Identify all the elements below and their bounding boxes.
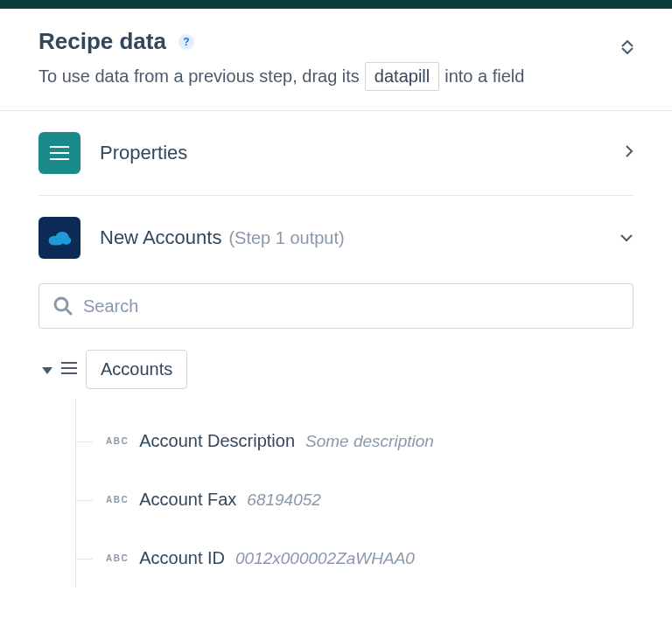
chevron-up-icon [621, 40, 634, 47]
new-accounts-label: New Accounts [100, 226, 221, 249]
instruction-text-pre: To use data from a previous step, drag i… [38, 66, 360, 87]
tree-caret[interactable] [42, 362, 52, 378]
field-value: 0012x000002ZaWHAA0 [235, 549, 415, 568]
field-value: 68194052 [247, 490, 321, 510]
svg-point-6 [53, 239, 63, 246]
svg-point-5 [61, 236, 71, 244]
tree-item[interactable]: ABC Account Fax 68194052 [76, 470, 634, 529]
chevron-down-icon [620, 230, 634, 246]
bars-icon [50, 145, 69, 161]
properties-icon [38, 132, 80, 174]
type-badge: ABC [106, 495, 129, 504]
tree-item[interactable]: ABC Account Description Some description [76, 412, 634, 470]
caret-down-icon [42, 367, 52, 374]
search-box[interactable] [38, 283, 634, 329]
type-badge: ABC [106, 553, 129, 563]
new-accounts-row[interactable]: New Accounts (Step 1 output) [38, 196, 634, 280]
tree-item[interactable]: ABC Account ID 0012x000002ZaWHAA0 [76, 529, 634, 588]
help-icon[interactable]: ? [178, 34, 194, 50]
chevron-right-icon [625, 144, 634, 162]
field-value: Some description [305, 432, 434, 451]
data-tree: Accounts ABC Account Description Some de… [38, 350, 634, 588]
properties-row[interactable]: Properties [38, 111, 634, 196]
chevron-down-icon [621, 47, 634, 54]
type-badge: ABC [106, 436, 129, 446]
properties-label: Properties [100, 142, 187, 164]
page-title: Recipe data [38, 28, 166, 55]
field-name: Account Fax [139, 490, 236, 510]
field-name: Account Description [139, 431, 295, 451]
field-name: Account ID [139, 548, 225, 568]
accounts-datapill[interactable]: Accounts [86, 350, 187, 389]
header-instruction: To use data from a previous step, drag i… [38, 62, 634, 91]
datapill-chip: datapill [365, 62, 439, 91]
collapse-toggle[interactable] [621, 40, 634, 54]
panel-header: Recipe data ? To use data from a previou… [0, 9, 672, 111]
list-icon [61, 362, 77, 378]
svg-line-8 [66, 309, 71, 314]
tree-body: ABC Account Description Some description… [75, 400, 634, 588]
search-input[interactable] [83, 296, 619, 317]
instruction-text-post: into a field [444, 66, 524, 87]
search-icon [53, 296, 73, 316]
step-output-note: (Step 1 output) [228, 228, 344, 248]
app-top-bar [0, 0, 672, 9]
salesforce-icon [38, 217, 80, 259]
